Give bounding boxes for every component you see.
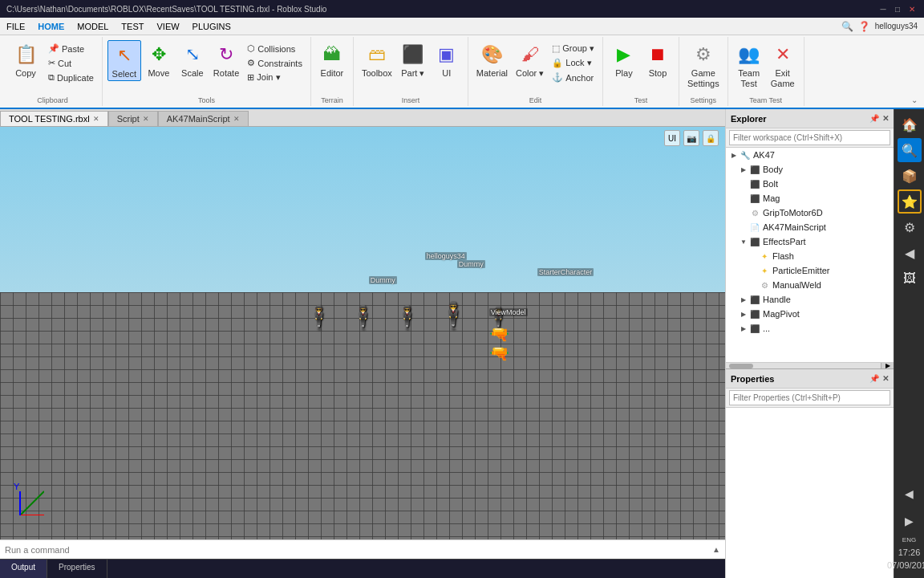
tree-toggle-magpivot[interactable]: ▶ <box>739 309 748 319</box>
duplicate-button[interactable]: ⧉ Duplicate <box>45 71 97 84</box>
tree-toggle-more[interactable]: ▶ <box>739 324 748 333</box>
user-label: helloguys34 <box>875 22 918 31</box>
exit-game-button[interactable]: ✕ Exit Game <box>767 40 799 90</box>
properties-pin-icon[interactable]: 📌 <box>869 374 879 383</box>
tree-item-particleemitter[interactable]: ▶ ✦ ParticleEmitter <box>726 263 894 278</box>
lock-button[interactable]: 🔒 Lock ▾ <box>549 56 598 70</box>
properties-search-input[interactable] <box>729 390 890 405</box>
game-settings-button[interactable]: ⚙ Game Settings <box>684 40 723 90</box>
scale-button[interactable]: ⤡ Scale <box>176 40 209 79</box>
help-icon[interactable]: ❓ <box>858 21 870 32</box>
tree-item-more[interactable]: ▶ ⬛ ... <box>726 321 894 336</box>
move-button[interactable]: ✥ Move <box>143 40 175 79</box>
maximize-button[interactable]: □ <box>892 3 903 14</box>
nav-image-icon[interactable]: 🖼 <box>898 267 922 291</box>
group-button[interactable]: ⬚ Group ▾ <box>549 42 598 55</box>
command-bar-arrow[interactable]: ▲ <box>712 545 720 554</box>
viewport-camera-button[interactable]: 📷 <box>683 130 699 146</box>
doc-tab-close-1[interactable]: ✕ <box>93 115 99 123</box>
search-icon: 🔍 <box>841 21 853 32</box>
ribbon-group-insert: 🗃 Toolbox ⬛ Part ▾ ▣ UI Insert <box>354 37 468 106</box>
tree-item-bolt[interactable]: ▶ ⬛ Bolt <box>726 177 894 191</box>
tree-toggle-body[interactable]: ▶ <box>739 165 748 174</box>
nav-star-icon[interactable]: ⭐ <box>898 189 922 214</box>
tree-item-handle[interactable]: ▶ ⬛ Handle <box>726 292 894 307</box>
command-input[interactable] <box>5 545 712 555</box>
nav-gear-icon[interactable]: ⚙ <box>898 215 922 239</box>
properties-controls: 📌 ✕ <box>869 374 889 383</box>
minimize-button[interactable]: ─ <box>877 3 889 14</box>
menu-test[interactable]: TEST <box>115 20 150 33</box>
tree-toggle-effects[interactable]: ▼ <box>739 237 748 246</box>
constraints-button[interactable]: ⚙ Constraints <box>244 56 306 70</box>
viewport[interactable]: helloguys34 Dummy Dummy StarterCharacter… <box>0 127 725 539</box>
color-button[interactable]: 🖌 Color ▾ <box>513 40 547 80</box>
tree-toggle-mag: ▶ <box>739 193 748 203</box>
tree-item-griptomotor6d[interactable]: ▶ ⚙ GripToMotor6D <box>726 206 894 220</box>
ui-button[interactable]: ▣ UI <box>431 40 463 79</box>
nav-expand-right-icon[interactable]: ▶ <box>898 509 922 533</box>
explorer-pin-icon[interactable]: 📌 <box>869 114 879 123</box>
explorer-search-input[interactable] <box>729 130 890 145</box>
menu-home[interactable]: HOME <box>31 20 71 33</box>
stop-button[interactable]: ⏹ Stop <box>642 40 674 79</box>
select-button[interactable]: ↖ Select <box>107 40 141 81</box>
editor-button[interactable]: 🏔 Editor <box>316 40 348 79</box>
tree-item-effectspart[interactable]: ▼ ⬛ EffectsPart <box>726 234 894 249</box>
menu-view[interactable]: VIEW <box>150 20 185 33</box>
close-button[interactable]: ✕ <box>906 3 918 14</box>
tree-scroll-right[interactable]: ▶ <box>881 363 894 369</box>
menu-file[interactable]: FILE <box>0 20 31 33</box>
scale-label: Scale <box>181 68 204 78</box>
doc-tab-tool-testing[interactable]: TOOL TESTING.rbxl ✕ <box>0 111 108 126</box>
rotate-button[interactable]: ↻ Rotate <box>210 40 242 79</box>
copy-button[interactable]: 📋 Copy <box>8 40 43 79</box>
material-button[interactable]: 🎨 Material <box>473 40 511 79</box>
tree-item-flash[interactable]: ▶ ✦ Flash <box>726 249 894 263</box>
tree-toggle-handle[interactable]: ▶ <box>739 295 748 304</box>
part-button[interactable]: ⬛ Part ▾ <box>397 40 429 80</box>
tree-item-body[interactable]: ▶ ⬛ Body <box>726 162 894 177</box>
doc-tab-ak47mainscript[interactable]: AK47MainScript ✕ <box>158 111 249 126</box>
nav-arrow-left-icon[interactable]: ◀ <box>898 241 922 265</box>
paste-button[interactable]: 📌 Paste <box>45 42 97 55</box>
nav-search-icon[interactable]: 🔍 <box>898 138 922 162</box>
team-test-button[interactable]: 👥 Team Test <box>733 40 765 90</box>
menu-plugins[interactable]: PLUGINS <box>186 20 237 33</box>
viewport-lock-button[interactable]: 🔒 <box>703 130 719 146</box>
tree-item-mag[interactable]: ▶ ⬛ Mag <box>726 191 894 206</box>
tree-item-magpivot[interactable]: ▶ ⬛ MagPivot <box>726 307 894 321</box>
ribbon-expand-button[interactable]: ⌄ <box>908 93 921 106</box>
cut-button[interactable]: ✂ Cut <box>45 56 97 70</box>
output-tab-output[interactable]: Output <box>0 560 47 579</box>
nav-home-icon[interactable]: 🏠 <box>898 112 922 136</box>
far-right-bottom: ◀ ▶ ENG 17:26 07/09/2018 <box>887 478 924 575</box>
toolbox-button[interactable]: 🗃 Toolbox <box>359 40 395 79</box>
collisions-button[interactable]: ⬡ Collisions <box>244 42 306 55</box>
anchor-button[interactable]: ⚓ Anchor <box>549 71 598 84</box>
tree-toggle-ak47[interactable]: ▶ <box>729 150 739 160</box>
tree-scrollbar-thumb[interactable] <box>729 364 753 368</box>
tree-item-manualweld[interactable]: ▶ ⚙ ManualWeld <box>726 278 894 292</box>
doc-tab-close-2[interactable]: ✕ <box>143 115 149 123</box>
explorer-close-icon[interactable]: ✕ <box>882 114 889 123</box>
doc-tab-close-3[interactable]: ✕ <box>233 115 240 123</box>
tree-icon-script: 📄 <box>749 222 760 233</box>
viewport-toolbar: UI 📷 🔒 <box>664 130 719 146</box>
output-bar: Output Properties <box>0 559 725 578</box>
tree-item-ak47[interactable]: ▶ 🔧 AK47 <box>726 148 894 162</box>
play-button[interactable]: ▶ Play <box>608 40 640 79</box>
tree-item-ak47mainscript[interactable]: ▶ 📄 AK47MainScript <box>726 220 894 234</box>
ribbon-group-edit: 🎨 Material 🖌 Color ▾ ⬚ Group ▾ 🔒 <box>468 37 603 106</box>
stop-icon: ⏹ <box>645 42 671 67</box>
properties-title: Properties <box>731 374 774 384</box>
menu-model[interactable]: MODEL <box>71 20 115 33</box>
doc-tab-script[interactable]: Script ✕ <box>108 111 158 126</box>
nav-box-icon[interactable]: 📦 <box>898 164 922 188</box>
join-button[interactable]: ⊞ Join ▾ <box>244 71 306 84</box>
nav-collapse-left-icon[interactable]: ◀ <box>898 482 922 506</box>
properties-close-icon[interactable]: ✕ <box>882 374 889 383</box>
tree-icon-more: ⬛ <box>749 323 760 334</box>
viewport-ui-button[interactable]: UI <box>664 130 680 146</box>
output-tab-properties[interactable]: Properties <box>47 560 107 579</box>
